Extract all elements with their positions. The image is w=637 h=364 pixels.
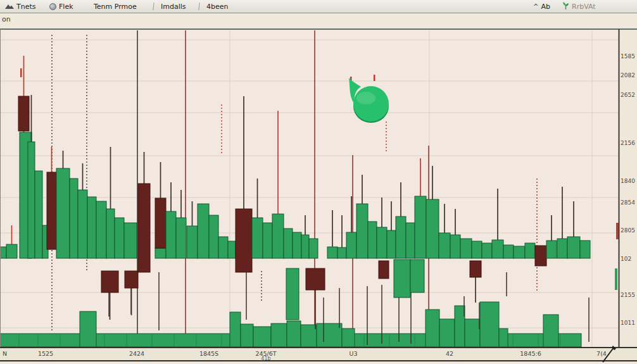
candle	[426, 199, 439, 258]
candle	[377, 227, 387, 258]
candle	[525, 243, 535, 258]
candle	[337, 248, 346, 258]
candle	[6, 244, 17, 258]
pen-cursor-icon[interactable]	[599, 344, 621, 364]
candle	[166, 211, 176, 258]
candle	[546, 241, 557, 258]
candle	[263, 223, 272, 258]
menu-item-label: 4been	[206, 3, 229, 11]
candle	[106, 209, 115, 258]
volume-bar	[271, 323, 287, 347]
volume-bar	[480, 302, 499, 347]
candle	[70, 179, 78, 258]
candle	[293, 232, 301, 258]
candle	[557, 239, 567, 258]
volume-bar	[241, 324, 253, 347]
candle	[535, 246, 546, 266]
time-axis-label: 2424	[129, 350, 144, 357]
candle	[503, 245, 514, 258]
balloon-marker[interactable]	[353, 86, 389, 122]
candle	[460, 239, 472, 258]
candle	[470, 261, 481, 277]
price-axis[interactable]: 158520822652215618402854280510221551011	[619, 29, 637, 347]
menu-item-ab[interactable]: ^ Ab	[533, 0, 550, 13]
candle	[124, 223, 137, 258]
volume-bar	[465, 319, 480, 347]
menu-item-label: Ab	[541, 3, 550, 11]
candle	[415, 196, 426, 258]
volume-bar	[543, 315, 558, 347]
candle	[28, 142, 35, 258]
candle	[514, 246, 525, 258]
red-tick-mark	[374, 75, 375, 81]
volume-bar	[253, 327, 271, 347]
candle	[155, 248, 166, 258]
plant-icon	[562, 1, 569, 11]
menubar: Tnets Flek Tenm Prmoe Imdalls 4been ^ Ab…	[0, 0, 637, 13]
candle	[187, 226, 198, 258]
price-axis-label: 1011	[621, 320, 635, 326]
price-axis-label: 2155	[621, 292, 635, 298]
candle	[379, 261, 389, 279]
time-axis-label: 1845:6	[520, 350, 541, 357]
menu-item-tnets[interactable]: Tnets	[5, 0, 36, 13]
volume-bar	[230, 312, 241, 347]
candle	[35, 171, 42, 258]
candle	[0, 247, 6, 258]
candle	[482, 243, 492, 258]
volume-bar	[342, 329, 355, 347]
caret-icon: ^	[533, 3, 538, 10]
price-axis-label: 2854	[621, 199, 635, 206]
candle	[198, 204, 209, 258]
volume-bar	[439, 319, 455, 347]
price-axis-label: 102	[621, 256, 631, 262]
candle	[356, 204, 368, 258]
menu-item-flek[interactable]: Flek	[49, 0, 73, 13]
candle	[327, 247, 337, 258]
candle	[396, 217, 406, 258]
volume-bar	[80, 311, 96, 347]
time-axis-sublabel: 41b	[261, 356, 270, 361]
candle	[87, 197, 96, 258]
menu-item-tenm-prmoe[interactable]: Tenm Prmoe	[94, 0, 137, 13]
candle	[410, 260, 424, 292]
candle	[406, 223, 415, 258]
menu-item-label: Imdalls	[161, 3, 186, 11]
time-axis-label: U3	[350, 350, 358, 357]
candle	[252, 218, 263, 258]
candle	[138, 184, 150, 272]
menubar-separator	[198, 3, 199, 10]
time-axis-label: 42	[446, 350, 453, 357]
volume-bar	[455, 306, 465, 347]
candle	[209, 215, 218, 258]
candle	[125, 271, 138, 288]
price-axis-label: 2082	[621, 72, 635, 78]
menu-item-imdalls[interactable]: Imdalls	[161, 0, 186, 13]
volume-bar	[317, 323, 342, 347]
menu-item-label: RrbVAt	[572, 3, 596, 11]
candle	[78, 190, 87, 258]
candlestick-chart[interactable]	[0, 0, 637, 364]
candle	[286, 268, 299, 320]
circle-icon	[49, 3, 56, 10]
axis-edge-mark	[615, 268, 617, 290]
volume-bar	[301, 325, 317, 347]
candle	[56, 168, 70, 258]
price-axis-label: 2805	[621, 227, 635, 234]
candle	[284, 229, 293, 258]
toolbar-substrip: on	[0, 13, 637, 28]
candle	[236, 209, 252, 272]
candle	[567, 237, 580, 258]
mountain-icon	[5, 3, 14, 9]
time-axis-label: 1845S	[199, 350, 218, 357]
time-axis[interactable]: N152524241845S245/6TU3421845:67(441b	[0, 347, 637, 361]
menu-item-4been[interactable]: 4been	[206, 0, 229, 13]
candle	[368, 222, 377, 258]
candle	[309, 239, 318, 258]
plot-background	[0, 29, 619, 347]
menu-item-rrbvat[interactable]: RrbVAt	[562, 0, 596, 13]
time-axis-label: N	[3, 350, 7, 357]
candle	[306, 268, 325, 290]
time-axis-label: 1525	[38, 350, 53, 357]
candle	[346, 232, 356, 258]
